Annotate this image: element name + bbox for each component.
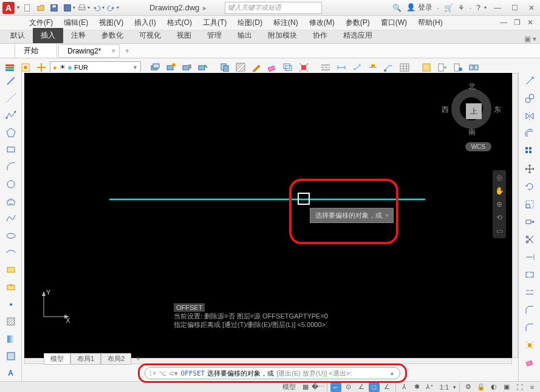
ortho-icon[interactable]: ⌐	[330, 382, 341, 392]
menu-view[interactable]: 视图(V)	[94, 16, 128, 29]
osnap-icon[interactable]: □	[369, 382, 380, 392]
menu-modify[interactable]: 修改(M)	[304, 16, 340, 29]
make-block-icon[interactable]	[2, 280, 20, 295]
menu-draw[interactable]: 绘图(D)	[233, 16, 267, 29]
array-icon[interactable]	[521, 143, 539, 159]
menu-params[interactable]: 参数(P)	[341, 16, 375, 29]
line-icon[interactable]	[2, 73, 20, 88]
fillet-icon[interactable]	[521, 320, 539, 335]
rotate-icon[interactable]	[521, 179, 539, 194]
scale-label[interactable]: 1:1	[437, 383, 451, 391]
ribbon-tab-output[interactable]: 输出	[230, 28, 260, 43]
layout-2[interactable]: 布局2	[101, 353, 131, 365]
ribbon-tab-viz[interactable]: 可视化	[131, 28, 169, 43]
point-icon[interactable]	[2, 297, 20, 312]
erase2-icon[interactable]	[521, 355, 539, 371]
scale-icon[interactable]	[521, 196, 539, 212]
offset2-icon[interactable]	[521, 126, 539, 142]
drawing-canvas[interactable]: 上 北 南 东 西 WCS ◎ ✋ ⊕ ⟲ ▭ 选择要偏移的对象，或 ▫	[24, 73, 516, 358]
autoann-icon[interactable]: ⅄⁺	[425, 382, 436, 392]
app-icon[interactable]: A	[2, 2, 15, 14]
spline-icon[interactable]	[2, 211, 20, 226]
menu-help[interactable]: 帮助(H)	[413, 16, 448, 29]
viewcube[interactable]: 上 北 南 东 西	[445, 83, 497, 135]
ribbon-tab-collab[interactable]: 协作	[305, 28, 335, 43]
menu-window[interactable]: 窗口(W)	[376, 16, 412, 29]
ribbon-tab-insert[interactable]: 插入	[33, 28, 63, 43]
save-icon[interactable]	[48, 2, 60, 14]
status-model[interactable]: 模型	[280, 382, 298, 391]
cmdline-config-icon[interactable]: ⌥	[159, 370, 166, 377]
menu-insert[interactable]: 插入(I)	[129, 16, 160, 29]
command-line[interactable]: ⦙⦙ × ⌥ ⊂▾ OFFSET 选择要偏移的对象，或 [退出(E) 放弃(U)…	[145, 367, 400, 379]
ellipse-icon[interactable]	[2, 228, 20, 243]
mdi-close[interactable]: ✕	[524, 17, 536, 28]
open-icon[interactable]	[35, 2, 47, 14]
isodraft-icon[interactable]: ∠	[356, 382, 367, 392]
nav-orbit-icon[interactable]: ⟲	[494, 213, 504, 222]
layout-model[interactable]: 模型	[44, 353, 70, 365]
annovis-icon[interactable]: ✱	[412, 382, 423, 392]
ribbon-tab-default[interactable]: 默认	[2, 28, 33, 43]
construction-line-icon[interactable]	[2, 90, 20, 105]
maximize-button[interactable]: ☐	[508, 2, 521, 13]
break-icon[interactable]	[521, 267, 539, 283]
grid-icon[interactable]: ▦	[300, 382, 311, 392]
annoscale-icon[interactable]: ⅄	[399, 382, 410, 392]
layout-add[interactable]: +	[131, 354, 145, 363]
polygon-icon[interactable]	[2, 125, 20, 140]
new-icon[interactable]	[21, 2, 33, 14]
close-tab-icon[interactable]: ×	[111, 47, 115, 55]
cleanscreen-icon[interactable]: ⛶	[514, 382, 525, 392]
viewcube-top[interactable]: 上	[466, 103, 482, 119]
share-icon[interactable]: ⚘	[458, 4, 465, 12]
cart-icon[interactable]: 🛒	[444, 4, 453, 12]
region-icon[interactable]	[2, 348, 20, 363]
ribbon-tab-annotate[interactable]: 注释	[63, 28, 94, 43]
isolate-icon[interactable]: ▣	[501, 382, 512, 392]
insert-block-icon[interactable]	[2, 263, 20, 278]
close-button[interactable]: ✕	[525, 2, 538, 13]
scrollbar-vertical[interactable]	[512, 73, 518, 358]
help-icon[interactable]: ?	[476, 4, 480, 12]
login-button[interactable]: 👤 登录	[406, 2, 432, 13]
search-input[interactable]: 键入关键字或短语	[225, 2, 322, 14]
polar-icon[interactable]: ⊙	[343, 382, 354, 392]
mdi-minimize[interactable]: —	[497, 17, 510, 28]
saveas-icon[interactable]	[61, 2, 73, 14]
menu-tools[interactable]: 工具(T)	[198, 16, 231, 29]
binoculars-icon[interactable]: 🔍	[392, 4, 402, 12]
wcs-badge[interactable]: WCS	[465, 142, 491, 151]
polyline-icon[interactable]	[2, 108, 20, 123]
ribbon-tab-parametric[interactable]: 参数化	[94, 28, 131, 43]
ribbon-tab-apps[interactable]: 精选应用	[335, 28, 380, 43]
gradient-icon[interactable]	[2, 331, 20, 346]
minimize-button[interactable]: —	[491, 2, 504, 13]
menu-edit[interactable]: 编辑(E)	[59, 16, 93, 29]
rectangle-icon[interactable]	[2, 142, 20, 157]
circle-icon[interactable]	[2, 176, 20, 191]
cmdline-close-icon[interactable]: ×	[152, 370, 156, 377]
text-icon[interactable]: A	[2, 366, 20, 381]
ribbon-tab-view[interactable]: 视图	[169, 28, 199, 43]
lock-ui-icon[interactable]: 🔒	[476, 382, 487, 392]
menu-format[interactable]: 格式(O)	[162, 16, 197, 29]
workspace-icon[interactable]: ⚙	[463, 382, 474, 392]
customize-icon[interactable]: ≡	[527, 382, 538, 392]
undo-icon[interactable]	[91, 2, 103, 14]
ribbon-expand-icon[interactable]: ▣ ▾	[521, 35, 540, 43]
ribbon-tab-addons[interactable]: 附加模块	[260, 28, 305, 43]
move2-icon[interactable]	[521, 161, 539, 177]
nav-showmotion-icon[interactable]: ▭	[494, 226, 504, 236]
nav-zoom-icon[interactable]: ⊕	[494, 199, 504, 209]
ellipse-arc-icon[interactable]	[2, 245, 20, 260]
plot-icon[interactable]	[76, 2, 88, 14]
trim-icon[interactable]	[521, 232, 539, 247]
hardware-icon[interactable]: ◐	[488, 382, 499, 392]
revcloud-icon[interactable]	[2, 193, 20, 208]
nav-wheel-icon[interactable]: ◎	[494, 173, 504, 182]
cmdline-expand-icon[interactable]: ▲	[389, 370, 395, 376]
mdi-restore[interactable]: ❐	[511, 17, 523, 28]
nav-pan-icon[interactable]: ✋	[494, 186, 504, 196]
new-tab-button[interactable]: +	[121, 47, 133, 55]
